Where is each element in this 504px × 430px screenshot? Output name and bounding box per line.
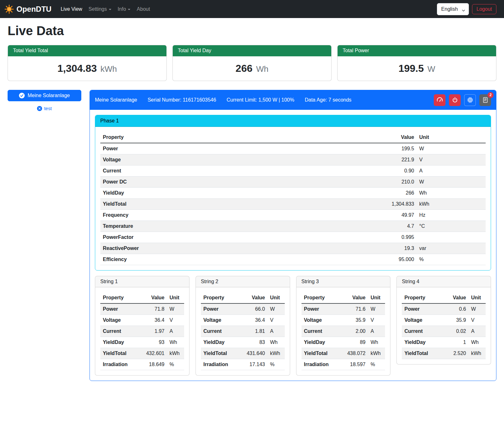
inverter-item-test[interactable]: test	[8, 106, 81, 111]
inverter-select-button[interactable]: Meine Solaranlage	[8, 90, 81, 101]
property-cell: Voltage	[402, 315, 446, 326]
unit-cell: %	[268, 359, 285, 370]
phase-table-body: Power 199.5 W Voltage 221.9 V	[100, 143, 486, 265]
table-row: Irradiation 18.649 %	[100, 359, 184, 370]
inverter-data-age: Data Age: 7 seconds	[305, 97, 352, 103]
phase-card-title: Phase 1	[95, 115, 491, 127]
table-row: Current 1.97 A	[100, 326, 184, 337]
chevron-down-icon	[109, 9, 111, 10]
navbar: OpenDTU Live View Settings Info About En…	[0, 0, 504, 18]
value-cell: 18.597	[345, 359, 368, 370]
property-cell: Power	[100, 143, 376, 154]
string-card-2: String 2 Property Value Unit	[196, 276, 290, 376]
unit-cell: Wh	[469, 337, 486, 348]
unit-cell: W	[417, 177, 486, 188]
property-cell: Frequency	[100, 210, 376, 221]
string-table: Property Value Unit Power	[100, 292, 184, 370]
string-card-4: String 4 Property Value Unit	[396, 276, 491, 365]
value-cell: 1,304.833	[376, 199, 417, 210]
property-cell: Voltage	[302, 315, 345, 326]
property-cell: PowerFactor	[100, 232, 376, 243]
event-log-button[interactable]: 2	[479, 94, 491, 106]
summary-card: Total Yield Day 266 Wh	[172, 45, 332, 81]
value-cell: 199.5	[376, 143, 417, 154]
inverter-name: Meine Solaranlage	[95, 97, 137, 103]
column-header-unit: Unit	[469, 292, 486, 303]
property-cell: Irradiation	[302, 359, 345, 370]
unit-cell: kWh	[469, 348, 486, 359]
table-row: YieldTotal 432.601 kWh	[100, 348, 184, 359]
unit-cell: Wh	[268, 337, 285, 348]
summary-card-body: 199.5 W	[338, 56, 496, 81]
table-row: Power 0.6 W	[402, 303, 486, 315]
logout-button[interactable]: Logout	[472, 4, 496, 14]
table-header-row: Property Value Unit	[402, 292, 486, 303]
summary-value: 266	[236, 63, 252, 74]
unit-cell: V	[167, 315, 184, 326]
table-row: Current 1.81 A	[201, 326, 285, 337]
unit-cell: kWh	[368, 348, 385, 359]
value-cell: 35.9	[446, 315, 469, 326]
value-cell: 71.8	[144, 303, 167, 315]
limit-settings-button[interactable]	[434, 94, 445, 106]
property-cell: Voltage	[100, 315, 144, 326]
string-table-body: Power 71.6 W Voltage 35.9 V	[302, 303, 385, 370]
inverter-serial: Serial Number: 116171603546	[147, 97, 216, 103]
summary-unit: kWh	[101, 64, 117, 74]
value-cell: 17.143	[244, 359, 268, 370]
language-select[interactable]: English	[437, 3, 469, 15]
table-row: Current 0.02 A	[402, 326, 486, 337]
property-cell: Current	[100, 165, 376, 177]
property-cell: YieldTotal	[100, 348, 144, 359]
x-circle-icon	[37, 106, 42, 111]
property-cell: Irradiation	[100, 359, 144, 370]
brand[interactable]: OpenDTU	[4, 4, 52, 14]
unit-cell: Wh	[417, 188, 486, 199]
string-card-3: String 3 Property Value Unit	[296, 276, 391, 376]
unit-cell: A	[417, 165, 486, 177]
page-title: Live Data	[8, 24, 496, 38]
unit-cell: Hz	[417, 210, 486, 221]
property-cell: Current	[201, 326, 244, 337]
unit-cell: A	[368, 326, 385, 337]
property-cell: YieldDay	[402, 337, 446, 348]
check-circle-icon	[19, 93, 25, 98]
power-settings-button[interactable]	[449, 94, 461, 106]
nav-info-label: Info	[118, 6, 126, 12]
nav-settings[interactable]: Settings	[86, 4, 114, 15]
table-row: YieldTotal 1,304.833 kWh	[100, 199, 486, 210]
nav-live-view[interactable]: Live View	[58, 4, 85, 15]
language-value: English	[441, 6, 458, 12]
property-cell: Power	[302, 303, 345, 315]
unit-cell: W	[417, 143, 486, 154]
string-table-head: Property Value Unit	[201, 292, 285, 303]
table-row: Voltage 221.9 V	[100, 154, 486, 165]
phase-table-head: Property Value Unit	[100, 132, 486, 143]
column-header-property: Property	[100, 132, 376, 143]
unit-cell: %	[368, 359, 385, 370]
property-cell: YieldDay	[302, 337, 345, 348]
property-cell: Current	[100, 326, 144, 337]
brand-label: OpenDTU	[16, 5, 52, 14]
value-cell: 431.640	[244, 348, 268, 359]
unit-cell: kWh	[417, 199, 486, 210]
nav-info[interactable]: Info	[115, 4, 134, 15]
summary-card-body: 266 Wh	[173, 56, 331, 81]
string-table-body: Power 0.6 W Voltage 35.9 V	[402, 303, 486, 359]
unit-cell: V	[469, 315, 486, 326]
column-header-value: Value	[446, 292, 469, 303]
string-card-body: Property Value Unit Power	[296, 287, 390, 375]
value-cell: 49.97	[376, 210, 417, 221]
string-card-body: Property Value Unit Power	[95, 287, 189, 375]
property-cell: Voltage	[201, 315, 244, 326]
unit-cell: V	[368, 315, 385, 326]
summary-unit: W	[427, 64, 435, 74]
value-cell: 36.4	[244, 315, 268, 326]
string-table: Property Value Unit Power	[402, 292, 486, 359]
nav-about[interactable]: About	[134, 4, 153, 15]
property-cell: Voltage	[100, 154, 376, 165]
property-cell: Power	[100, 303, 144, 315]
value-cell: 266	[376, 188, 417, 199]
column-header-unit: Unit	[268, 292, 285, 303]
device-info-button[interactable]	[464, 94, 476, 106]
